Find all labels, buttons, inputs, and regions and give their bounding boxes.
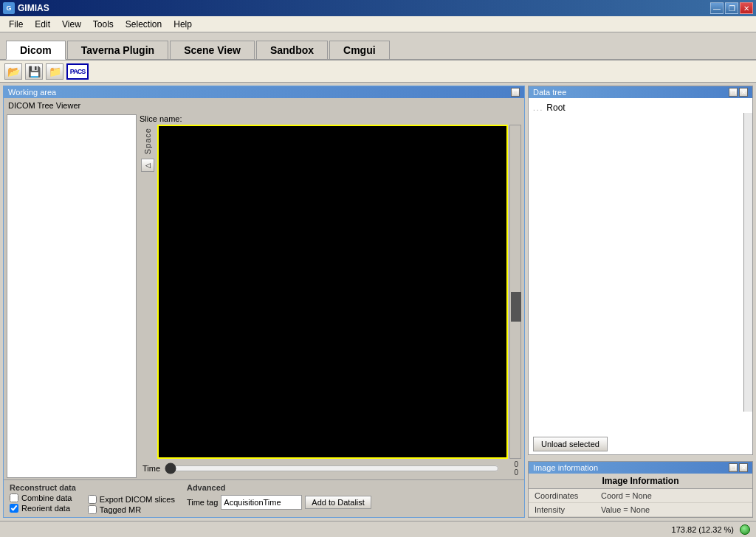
export-dicom-checkbox[interactable] [88,495,97,504]
intensity-value: Value = None [601,505,650,514]
image-info-panel: Image information ❐ ✕ Image Information … [528,461,753,518]
tree-root-item[interactable]: ... Root [532,101,749,114]
menu-view[interactable]: View [56,18,87,31]
app-title: GIMIAS [18,3,49,13]
right-panel: Data tree ❐ ✕ ... Root Unload selected I… [528,86,753,518]
menu-edit[interactable]: Edit [29,18,56,31]
bottom-controls: Reconstruct data Combine data Reorient d… [4,479,524,517]
slice-name-row: Slice name: [140,114,521,123]
close-button[interactable]: ✕ [740,2,753,14]
advanced-label: Advanced [187,483,371,492]
data-tree-content: ... Root [529,98,752,434]
menu-file[interactable]: File [3,18,29,31]
tab-scene-view[interactable]: Scene View [170,41,255,59]
image-canvas[interactable] [157,125,508,459]
time-label: Time [142,464,160,473]
data-tree-header: Data tree ❐ ✕ [529,86,752,98]
tagged-mr-checkbox[interactable] [88,505,97,514]
time-slider[interactable] [165,462,499,474]
menu-tools[interactable]: Tools [87,18,120,31]
time-tag-row: Time tag Add to Datalist [187,495,371,510]
working-area: Working area ❐ DICOM Tree Viewer Slice n… [3,86,525,518]
space-label: Space [143,128,152,154]
add-datalist-button[interactable]: Add to Datalist [305,496,371,509]
pacs-button[interactable]: PACS [66,63,89,80]
status-indicator [740,524,750,535]
unload-selected-button[interactable]: Unload selected [533,437,608,451]
tab-bar: Dicom Taverna Plugin Scene View Sandbox … [0,32,756,60]
advanced-section: Advanced Time tag Add to Datalist [187,483,371,510]
statusbar: 173.82 (12.32 %) [0,521,756,537]
image-info-title-label: Image information [533,463,598,472]
toolbar: 📂 💾 📁 PACS [0,60,756,83]
viewer-left-controls: Space ◁ [140,125,156,459]
space-nav-arrow[interactable]: ◁ [141,159,154,172]
working-area-restore-btn[interactable]: ❐ [511,88,520,97]
image-area: Space ◁ [140,125,521,459]
restore-button[interactable]: ❐ [725,2,738,14]
main-layout: Working area ❐ DICOM Tree Viewer Slice n… [0,83,756,521]
tab-sandbox[interactable]: Sandbox [256,41,328,59]
open-button[interactable]: 📂 [4,63,22,80]
data-tree-scrollbar[interactable] [743,113,752,412]
export-section: Export DICOM slices Tagged MR [88,495,175,514]
tree-dots: ... [533,104,543,112]
export-dicom-row[interactable]: Export DICOM slices [88,495,175,504]
time-value-top: 0 [504,460,518,468]
reorient-data-row[interactable]: Reorient data [10,504,76,513]
tagged-mr-label: Tagged MR [100,505,141,514]
working-area-content: DICOM Tree Viewer Slice name: [4,98,524,517]
coordinates-value: Coord = None [601,491,652,500]
data-tree-close-btn[interactable]: ✕ [739,88,748,97]
reconstruct-section: Reconstruct data Combine data Reorient d… [10,483,76,513]
minimize-button[interactable]: — [710,2,724,14]
scrollbar-thumb[interactable] [511,292,521,322]
slice-name-label: Slice name: [140,114,182,123]
data-tree-title: Data tree [533,88,566,97]
image-scrollbar[interactable] [509,125,521,459]
data-tree-panel: Data tree ❐ ✕ ... Root Unload selected [528,86,753,455]
tree-root-label: Root [546,103,565,113]
app-icon: G [3,2,15,14]
image-info-section-title: Image Information [529,474,752,489]
tab-cmgui[interactable]: Cmgui [329,41,390,59]
menubar: File Edit View Tools Selection Help [0,16,756,32]
folder-button[interactable]: 📁 [46,63,63,80]
coordinates-label: Coordinates [535,491,601,500]
reorient-data-label: Reorient data [21,504,70,513]
menu-selection[interactable]: Selection [120,18,168,31]
time-tag-input[interactable] [221,495,302,510]
menu-help[interactable]: Help [168,18,198,31]
dicom-viewer-label: DICOM Tree Viewer [4,98,524,113]
combine-data-row[interactable]: Combine data [10,493,76,502]
tab-dicom[interactable]: Dicom [6,41,66,60]
image-info-restore-btn[interactable]: ❐ [729,463,738,472]
reorient-data-checkbox[interactable] [10,504,18,513]
status-value: 173.82 (12.32 %) [672,525,734,534]
tree-panel [7,114,137,478]
viewer-center: Slice name: Space ◁ [140,114,521,478]
image-info-header: Image information ❐ ✕ [529,462,752,474]
image-info-close-btn[interactable]: ✕ [739,463,748,472]
tab-taverna[interactable]: Taverna Plugin [67,41,168,59]
save-button[interactable]: 💾 [25,63,43,80]
combine-data-checkbox[interactable] [10,493,18,502]
export-dicom-label: Export DICOM slices [100,495,175,504]
intensity-row: Intensity Value = None [529,503,752,517]
tagged-mr-row[interactable]: Tagged MR [88,505,175,514]
time-row: Time 0 0 [140,459,521,478]
working-area-title: Working area [8,88,56,97]
dicom-viewer-area: Slice name: Space ◁ [4,113,524,479]
reconstruct-label: Reconstruct data [10,483,76,492]
combine-data-label: Combine data [21,493,72,502]
intensity-label: Intensity [535,505,601,514]
data-tree-restore-btn[interactable]: ❐ [729,88,738,97]
titlebar: G GIMIAS — ❐ ✕ [0,0,756,16]
coordinates-row: Coordinates Coord = None [529,489,752,503]
working-area-header: Working area ❐ [4,86,524,98]
time-tag-label: Time tag [187,498,218,507]
time-value-bot: 0 [504,468,518,477]
